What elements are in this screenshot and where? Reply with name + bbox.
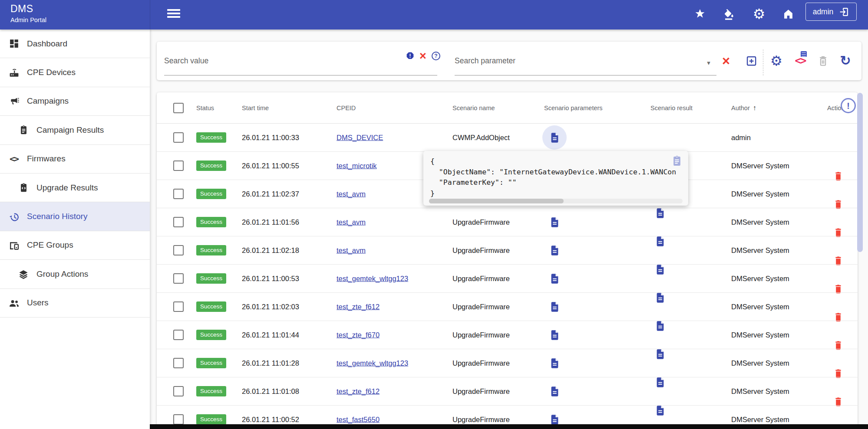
cpeid-link[interactable]: test_fast5650 [337, 416, 380, 424]
sidebar-item-scenario-history[interactable]: Scenario History [0, 202, 150, 231]
home-icon[interactable] [779, 4, 798, 23]
row-checkbox[interactable] [173, 132, 184, 143]
cpeid-link[interactable]: test_avm [337, 246, 366, 255]
sidebar-item-label: Firmwares [27, 154, 66, 164]
tooltip-horizontal-scrollbar[interactable] [429, 199, 683, 203]
status-badge: Success [196, 386, 226, 396]
alert-circle-icon[interactable]: ! [841, 98, 856, 113]
cpeid-link[interactable]: test_gemtek_wltgg123 [337, 275, 408, 283]
cpeid-link[interactable]: test_zte_f612 [337, 387, 380, 396]
sidebar-item-upgrade-results[interactable]: Upgrade Results [0, 174, 150, 202]
settings-gear-icon[interactable]: ⚙ [749, 4, 769, 23]
row-checkbox[interactable] [173, 189, 184, 199]
scenario-parameters-icon[interactable] [545, 269, 564, 288]
row-checkbox[interactable] [173, 160, 184, 171]
toolbar-divider [763, 49, 763, 75]
cpeid-link[interactable]: test_zte_f612 [337, 303, 380, 311]
tooltip-scrollbar-thumb[interactable] [429, 199, 564, 203]
column-header-scenario-parameters[interactable]: Scenario parameters [544, 105, 603, 111]
start-time: 26.01.21 11:00:52 [242, 416, 299, 424]
add-box-icon[interactable] [743, 52, 760, 69]
favorite-star-icon[interactable] [690, 4, 710, 23]
column-header-start-time[interactable]: Start time [242, 105, 269, 111]
start-time: 26.01.21 11:01:08 [242, 387, 299, 396]
cpeid-link[interactable]: test_gemtek_wltgg123 [337, 359, 408, 367]
column-header-status[interactable]: Status [196, 105, 214, 111]
arrow-up-icon: ↑ [753, 104, 756, 111]
sidebar-item-dashboard[interactable]: Dashboard [0, 29, 150, 58]
cpeid-link[interactable]: test_zte_f670 [337, 331, 380, 339]
scenario-parameters-icon[interactable] [545, 213, 564, 232]
cpeid-link[interactable]: DMS_DEVICE [337, 134, 383, 142]
paste-icon[interactable] [671, 155, 683, 169]
dms-admin-portal: DMS Admin Portal ⚙ admin DashboardCPE De… [0, 0, 868, 429]
scenario-parameters-icon[interactable] [545, 354, 564, 373]
paint-bucket-icon[interactable] [719, 4, 738, 23]
topbar-divider [150, 0, 150, 29]
column-header-author[interactable]: Author↑ [731, 104, 756, 112]
search-value-field[interactable] [164, 50, 437, 75]
dropdown-arrow-icon[interactable]: ▾ [703, 57, 714, 69]
row-checkbox[interactable] [173, 330, 184, 340]
row-checkbox[interactable] [173, 217, 184, 227]
clipboard-code-icon [17, 181, 30, 194]
sidebar-item-cpe-groups[interactable]: CPE Groups [0, 231, 150, 260]
row-checkbox[interactable] [173, 358, 184, 368]
row-checkbox[interactable] [173, 245, 184, 255]
code-view-icon[interactable]: <> [792, 52, 809, 69]
tooltip-json-code: { "ObjectName": "InternetGatewayDevice.W… [423, 151, 688, 199]
cpeid-link[interactable]: test_avm [337, 190, 366, 198]
sidebar-item-campaign-results[interactable]: Campaign Results [0, 116, 150, 144]
column-header-scenario-result[interactable]: Scenario result [650, 105, 693, 111]
row-checkbox[interactable] [173, 386, 184, 396]
start-time: 26.01.21 11:00:53 [242, 275, 299, 283]
horizontal-scrollbar[interactable] [150, 424, 868, 429]
row-checkbox[interactable] [173, 414, 184, 425]
status-badge: Success [196, 273, 226, 284]
search-parameter-field[interactable] [455, 50, 716, 75]
sidebar-item-group-actions[interactable]: Group Actions [0, 260, 150, 288]
sidebar-item-users[interactable]: Users [0, 289, 150, 318]
row-checkbox[interactable] [173, 301, 184, 312]
cpeid-link[interactable]: test_avm [337, 218, 366, 226]
author: DMServer System [731, 246, 789, 255]
scenario-name: UpgradeFirmware [452, 387, 510, 396]
hamburger-menu-icon[interactable] [167, 9, 180, 20]
scenario-parameters-icon[interactable] [545, 297, 564, 316]
cpeid-link[interactable]: test_microtik [337, 162, 377, 170]
table-header-row: StatusStart timeCPEIDScenario nameScenar… [157, 92, 858, 124]
clear-value-icon[interactable]: × [417, 50, 429, 62]
refresh-icon[interactable]: ↻ [837, 52, 854, 69]
sidebar-item-firmwares[interactable]: <>Firmwares [0, 145, 150, 174]
search-parameter-input[interactable] [455, 50, 716, 65]
sidebar-item-cpe-devices[interactable]: CPE Devices [0, 58, 150, 87]
column-header-scenario-name[interactable]: Scenario name [452, 105, 495, 111]
search-value-input[interactable] [164, 50, 437, 65]
table-row: Success26.01.21 11:02:03test_zte_f612Upg… [157, 293, 858, 321]
sidebar-item-campaigns[interactable]: Campaigns [0, 87, 150, 116]
status-badge: Success [196, 132, 226, 143]
error-icon [404, 50, 416, 62]
row-checkbox[interactable] [173, 273, 184, 284]
app-title: DMS [10, 3, 33, 15]
scenario-parameters-icon[interactable] [545, 128, 564, 147]
select-all-checkbox[interactable] [173, 103, 184, 113]
scenario-name: UpgradeFirmware [452, 359, 510, 367]
author: DMServer System [731, 190, 789, 198]
settings-gear-icon[interactable]: ⚙ [768, 52, 785, 69]
status-badge: Success [196, 160, 226, 171]
sidebar-item-label: CPE Devices [27, 68, 76, 77]
layers-icon [17, 268, 30, 281]
scenario-name: UpgradeFirmware [452, 331, 510, 339]
user-account-button[interactable]: admin [805, 3, 857, 21]
scenario-parameters-icon[interactable] [545, 325, 564, 344]
scenario-parameters-icon[interactable] [545, 241, 564, 260]
help-icon[interactable]: ? [430, 50, 442, 62]
sidebar-item-label: Group Actions [36, 269, 88, 279]
scenario-parameters-icon[interactable] [545, 382, 564, 401]
column-header-cpeid[interactable]: CPEID [337, 105, 356, 111]
delete-outline-icon[interactable] [814, 52, 832, 69]
vertical-scrollbar-thumb[interactable] [857, 93, 863, 252]
table-row: Success26.01.21 11:01:08test_zte_f612Upg… [157, 377, 858, 406]
clear-parameter-icon[interactable]: × [717, 52, 735, 69]
